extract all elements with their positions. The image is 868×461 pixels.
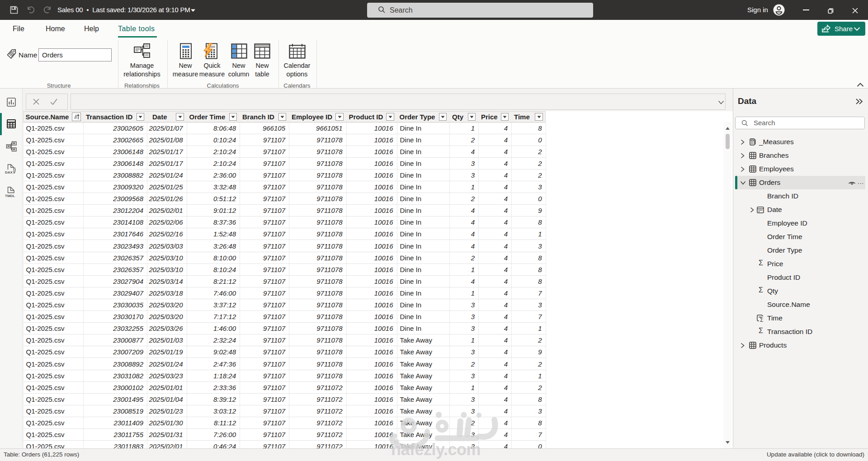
svg-text:DAX: DAX: [5, 170, 13, 174]
svg-text:TMDL: TMDL: [5, 194, 15, 198]
svg-text:Σ: Σ: [760, 317, 763, 322]
